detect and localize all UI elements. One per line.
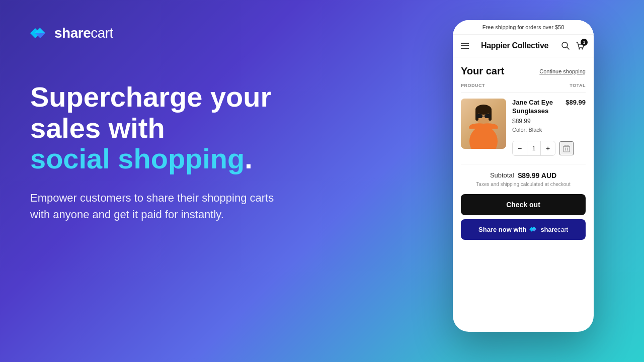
quantity-row: − 1 +: [512, 141, 574, 156]
share-btn-prefix: Share now with: [478, 226, 526, 233]
svg-point-3: [469, 126, 498, 149]
tax-note: Taxes and shipping calculated at checkou…: [461, 182, 586, 187]
subtotal-row: Subtotal $89.99 AUD: [461, 171, 586, 179]
headline-line3: social shopping.: [30, 143, 322, 174]
logo-text: sharecart: [54, 25, 113, 41]
product-total-price: $89.99: [566, 99, 586, 106]
headline-highlight: social shopping: [30, 143, 245, 174]
headline-line2: sales with: [30, 113, 322, 144]
share-btn-logo-text: sharecart: [540, 226, 568, 233]
svg-point-1: [579, 48, 580, 50]
product-image-inner: [461, 99, 506, 149]
cart-columns: PRODUCT TOTAL: [461, 83, 586, 93]
nav-icons: 1: [560, 41, 586, 51]
svg-point-0: [562, 42, 568, 48]
cart-badge: 1: [581, 39, 588, 46]
phone-nav: Happier Collective 1: [453, 35, 594, 57]
checkout-button[interactable]: Check out: [461, 194, 586, 215]
logo: sharecart: [30, 25, 322, 41]
product-details: Jane Cat Eye Sunglasses $89.99 Color: Bl…: [512, 99, 566, 138]
cart-item: Jane Cat Eye Sunglasses $89.99 Color: Bl…: [461, 99, 586, 156]
phone-mockup: Free shipping for orders over $50 Happie…: [453, 20, 594, 332]
cart-header: Your cart Continue shopping: [461, 65, 586, 77]
product-color: Color: Black: [512, 127, 566, 133]
total-col-label: TOTAL: [570, 83, 586, 88]
delete-item-button[interactable]: [559, 141, 574, 155]
quantity-value: 1: [527, 141, 541, 155]
phone-body: Your cart Continue shopping PRODUCT TOTA…: [453, 57, 594, 332]
product-col-label: PRODUCT: [461, 83, 485, 88]
headline: Supercharge your sales with social shopp…: [30, 81, 322, 174]
svg-rect-10: [485, 114, 491, 118]
quantity-controls: − 1 +: [512, 141, 555, 156]
quantity-increase-button[interactable]: +: [541, 141, 555, 155]
svg-point-2: [582, 48, 583, 50]
product-name: Jane Cat Eye Sunglasses: [512, 99, 566, 116]
hamburger-menu[interactable]: [461, 43, 469, 49]
share-now-button[interactable]: Share now with sharecart: [461, 219, 586, 240]
cart-title: Your cart: [461, 65, 504, 77]
product-info: Jane Cat Eye Sunglasses $89.99 Color: Bl…: [512, 99, 586, 156]
product-price-small: $89.99: [512, 118, 566, 125]
store-name: Happier Collective: [481, 41, 548, 50]
sharecart-logo-in-btn: sharecart: [529, 226, 568, 233]
cart-icon-wrapper[interactable]: 1: [576, 41, 586, 51]
quantity-decrease-button[interactable]: −: [513, 141, 527, 155]
subtext: Empower customers to share their shoppin…: [30, 190, 292, 223]
phone-banner: Free shipping for orders over $50: [453, 20, 594, 35]
subtotal-section: Subtotal $89.99 AUD Taxes and shipping c…: [461, 164, 586, 240]
svg-rect-9: [476, 114, 482, 118]
search-icon[interactable]: [560, 41, 571, 51]
headline-line1: Supercharge your: [30, 81, 322, 113]
continue-shopping-link[interactable]: Continue shopping: [539, 68, 586, 74]
svg-rect-12: [564, 146, 570, 152]
headline-dot: .: [245, 143, 253, 174]
product-image: [461, 99, 506, 149]
subtotal-value: $89.99 AUD: [518, 171, 557, 179]
subtotal-label: Subtotal: [490, 171, 514, 179]
logo-icon: [30, 26, 49, 40]
